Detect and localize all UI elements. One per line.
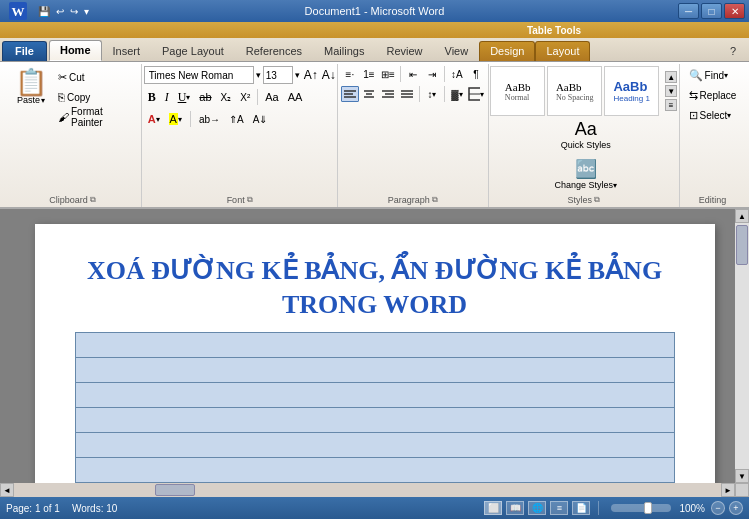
aligncenter-btn[interactable] <box>360 86 378 102</box>
styles-scroll-down-btn[interactable]: ▼ <box>665 85 677 97</box>
customize-quick-btn[interactable]: ▾ <box>82 6 91 17</box>
table-cell[interactable] <box>75 457 674 482</box>
zoom-out-btn[interactable]: − <box>711 501 725 515</box>
fullread-layout-btn[interactable]: 📖 <box>506 501 524 515</box>
font-expand-icon[interactable]: ⧉ <box>247 195 253 205</box>
linespacing-dropdown[interactable]: ▾ <box>432 90 436 99</box>
increaseindent-btn[interactable]: ⇥ <box>423 66 441 82</box>
alignleft-btn[interactable] <box>341 86 359 102</box>
table-cell[interactable] <box>75 407 674 432</box>
tab-mailings[interactable]: Mailings <box>313 41 375 61</box>
textcolor-dropdown-icon[interactable]: ▾ <box>156 115 160 124</box>
zoom-in-btn[interactable]: + <box>729 501 743 515</box>
bullets-btn[interactable]: ≡· <box>341 66 359 82</box>
vertical-scrollbar[interactable]: ▲ ▼ <box>735 209 749 483</box>
font-size-dropdown-icon[interactable]: ▾ <box>295 70 300 80</box>
font-size-input[interactable] <box>263 66 293 84</box>
font-extra2[interactable]: ⇑A <box>225 110 248 128</box>
borders-dropdown[interactable]: ▾ <box>480 90 484 99</box>
quick-styles-btn[interactable]: Aa Quick Styles <box>549 116 622 153</box>
textcolor-button[interactable]: A ▾ <box>144 110 164 128</box>
shading-dropdown[interactable]: ▾ <box>459 90 463 99</box>
table-cell[interactable] <box>75 382 674 407</box>
font-grow-btn[interactable]: A↑ <box>304 68 318 82</box>
change-styles-btn[interactable]: 🔤 Change Styles ▾ <box>549 155 622 193</box>
scroll-left-btn[interactable]: ◄ <box>0 483 14 497</box>
zoom-thumb[interactable] <box>644 502 652 514</box>
select-btn[interactable]: ⊡ Select ▾ <box>685 106 736 124</box>
outline-layout-btn[interactable]: ≡ <box>550 501 568 515</box>
sort-btn[interactable]: ↕A <box>448 66 466 82</box>
clearformat-button[interactable]: Aa <box>261 88 282 106</box>
tab-home[interactable]: Home <box>49 40 102 61</box>
styles-more-btn[interactable]: ≡ <box>665 99 677 111</box>
scroll-up-btn[interactable]: ▲ <box>735 209 749 223</box>
justify-btn[interactable] <box>398 86 416 102</box>
redo-quick-btn[interactable]: ↪ <box>68 6 80 17</box>
multilevel-btn[interactable]: ⊞≡ <box>379 66 397 82</box>
zoom-slider[interactable] <box>611 504 671 512</box>
tab-view[interactable]: View <box>434 41 480 61</box>
style-heading1-box[interactable]: AaBb Heading 1 <box>604 66 659 116</box>
find-dropdown[interactable]: ▾ <box>724 71 728 80</box>
borders-btn[interactable]: ▾ <box>467 86 485 102</box>
minimize-btn[interactable]: ─ <box>678 3 699 19</box>
paragraph-expand-icon[interactable]: ⧉ <box>432 195 438 205</box>
tab-file[interactable]: File <box>2 41 47 61</box>
italic-button[interactable]: I <box>161 88 173 106</box>
find-btn[interactable]: 🔍 Find ▾ <box>685 66 732 84</box>
close-btn[interactable]: ✕ <box>724 3 745 19</box>
font-extra1[interactable]: ab→ <box>195 110 224 128</box>
style-nospacingbox[interactable]: AaBb No Spacing <box>547 66 602 116</box>
style-normal-box[interactable]: AaBb Normal <box>490 66 545 116</box>
underline-dropdown-icon[interactable]: ▾ <box>186 93 190 102</box>
tab-insert[interactable]: Insert <box>102 41 152 61</box>
save-quick-btn[interactable]: 💾 <box>36 6 52 17</box>
highlight-dropdown-icon[interactable]: ▾ <box>178 115 182 124</box>
paste-dropdown-icon[interactable]: ▾ <box>41 96 45 105</box>
tab-layout[interactable]: Layout <box>535 41 590 61</box>
tab-design[interactable]: Design <box>479 41 535 61</box>
bold-button[interactable]: B <box>144 88 160 106</box>
print-layout-btn[interactable]: ⬜ <box>484 501 502 515</box>
web-layout-btn[interactable]: 🌐 <box>528 501 546 515</box>
scroll-thumb-h[interactable] <box>155 484 195 496</box>
font-shrink-btn[interactable]: A↓ <box>322 68 336 82</box>
undo-quick-btn[interactable]: ↩ <box>54 6 66 17</box>
scroll-thumb-v[interactable] <box>736 225 748 265</box>
font-extra3[interactable]: A⇓ <box>249 110 272 128</box>
highlight-button[interactable]: A ▾ <box>165 110 186 128</box>
font-name-input[interactable] <box>144 66 254 84</box>
table-cell[interactable] <box>75 432 674 457</box>
tab-pagelayout[interactable]: Page Layout <box>151 41 235 61</box>
scroll-right-btn[interactable]: ► <box>721 483 735 497</box>
cut-button[interactable]: ✂ Cut <box>54 68 135 86</box>
paste-button[interactable]: 📋 Paste ▾ <box>10 66 52 108</box>
linespacing-btn[interactable]: ↕▾ <box>423 86 441 102</box>
changecase-button[interactable]: AA <box>284 88 307 106</box>
alignright-btn[interactable] <box>379 86 397 102</box>
tab-references[interactable]: References <box>235 41 313 61</box>
tab-help[interactable]: ? <box>719 41 747 61</box>
draft-layout-btn[interactable]: 📄 <box>572 501 590 515</box>
change-styles-dropdown[interactable]: ▾ <box>613 181 617 190</box>
clipboard-expand-icon[interactable]: ⧉ <box>90 195 96 205</box>
scroll-down-btn[interactable]: ▼ <box>735 469 749 483</box>
strikethrough-button[interactable]: ab <box>195 88 215 106</box>
maximize-btn[interactable]: □ <box>701 3 722 19</box>
styles-scroll-up-btn[interactable]: ▲ <box>665 71 677 83</box>
copy-button[interactable]: ⎘ Copy <box>54 88 135 106</box>
shading-btn[interactable]: ▓▾ <box>448 86 466 102</box>
replace-btn[interactable]: ⇆ Replace <box>685 86 741 104</box>
underline-button[interactable]: U ▾ <box>174 88 195 106</box>
table-cell[interactable] <box>75 332 674 357</box>
showmarks-btn[interactable]: ¶ <box>467 66 485 82</box>
font-name-dropdown-icon[interactable]: ▾ <box>256 70 261 80</box>
subscript-button[interactable]: X₂ <box>217 88 236 106</box>
styles-expand-icon[interactable]: ⧉ <box>594 195 600 205</box>
table-cell[interactable] <box>75 357 674 382</box>
format-painter-button[interactable]: 🖌 Format Painter <box>54 108 135 126</box>
decreaseindent-btn[interactable]: ⇤ <box>404 66 422 82</box>
superscript-button[interactable]: X² <box>236 88 254 106</box>
select-dropdown[interactable]: ▾ <box>727 111 731 120</box>
